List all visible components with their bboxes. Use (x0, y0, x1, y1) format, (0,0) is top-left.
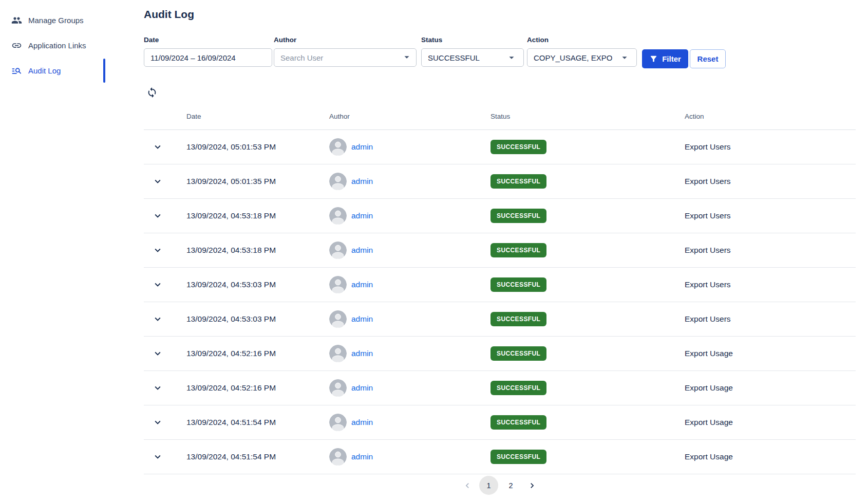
pagination: 1 2 (144, 476, 856, 495)
column-header-author: Author (329, 113, 490, 120)
author-link[interactable]: admin (351, 142, 373, 152)
author-search-input[interactable] (274, 48, 417, 67)
expand-row-button[interactable] (150, 415, 165, 430)
row-author-cell: admin (329, 310, 490, 328)
page-button-1[interactable]: 1 (479, 476, 498, 495)
column-header-action: Action (685, 113, 856, 120)
column-header-status: Status (490, 113, 685, 120)
avatar (329, 138, 347, 156)
chevron-down-icon (152, 353, 163, 361)
main-content: Audit Log Date Author Status SUCCESSFUL (144, 0, 856, 501)
author-filter-label: Author (274, 36, 417, 44)
row-status-cell: SUCCESSFUL (490, 174, 685, 189)
row-date: 13/09/2024, 05:01:35 PM (186, 177, 329, 186)
expand-row-button[interactable] (150, 311, 165, 327)
row-status-cell: SUCCESSFUL (490, 243, 685, 257)
date-range-input[interactable] (144, 48, 272, 67)
status-badge: SUCCESSFUL (490, 312, 546, 326)
status-badge: SUCCESSFUL (490, 174, 546, 189)
author-link[interactable]: admin (351, 314, 373, 324)
row-date: 13/09/2024, 04:52:16 PM (186, 349, 329, 358)
chevron-down-icon (152, 284, 163, 292)
expander-cell (144, 139, 186, 155)
sync-icon (146, 92, 158, 100)
sidebar-item-label: Manage Groups (28, 16, 84, 25)
table-row: 13/09/2024, 04:53:03 PM admin SUCCESSFUL… (144, 302, 856, 337)
sidebar-item-manage-groups[interactable]: Manage Groups (0, 9, 105, 31)
row-author-cell: admin (329, 345, 490, 362)
app-root: Manage Groups Application Links Audit Lo… (0, 0, 868, 501)
status-select[interactable]: SUCCESSFUL (421, 48, 524, 67)
table-row: 13/09/2024, 04:53:18 PM admin SUCCESSFUL… (144, 199, 856, 233)
author-link[interactable]: admin (351, 211, 373, 220)
sidebar-item-application-links[interactable]: Application Links (0, 34, 105, 57)
expand-row-button[interactable] (150, 449, 165, 465)
author-link[interactable]: admin (351, 177, 373, 186)
status-badge: SUCCESSFUL (490, 450, 546, 464)
table-row: 13/09/2024, 04:51:54 PM admin SUCCESSFUL… (144, 405, 856, 440)
status-select-value: SUCCESSFUL (428, 53, 480, 62)
action-select[interactable]: COPY_USAGE, EXPO (527, 48, 637, 67)
author-link[interactable]: admin (351, 452, 373, 461)
row-status-cell: SUCCESSFUL (490, 381, 685, 395)
row-status-cell: SUCCESSFUL (490, 346, 685, 361)
status-filter-label: Status (421, 36, 524, 44)
expander-cell (144, 277, 186, 292)
row-action: Export Usage (685, 383, 856, 393)
row-action: Export Usage (685, 349, 856, 358)
chevron-down-icon (506, 52, 517, 63)
previous-page-button[interactable] (459, 477, 476, 494)
chevron-down-icon (152, 250, 163, 257)
expand-row-button[interactable] (150, 380, 165, 396)
expand-row-button[interactable] (150, 277, 165, 292)
table-row: 13/09/2024, 05:01:35 PM admin SUCCESSFUL… (144, 164, 856, 199)
row-action: Export Users (685, 314, 856, 324)
filter-bar: Date Author Status SUCCESSFUL (144, 36, 856, 70)
row-date: 13/09/2024, 04:52:16 PM (186, 383, 329, 393)
row-status-cell: SUCCESSFUL (490, 415, 685, 430)
reset-button[interactable]: Reset (690, 49, 726, 68)
row-author-cell: admin (329, 379, 490, 397)
row-date: 13/09/2024, 04:53:03 PM (186, 280, 329, 289)
table-row: 13/09/2024, 04:53:18 PM admin SUCCESSFUL… (144, 233, 856, 268)
row-action: Export Usage (685, 452, 856, 461)
author-link[interactable]: admin (351, 280, 373, 289)
expander-cell (144, 449, 186, 465)
filter-funnel-icon (649, 54, 658, 63)
author-link[interactable]: admin (351, 246, 373, 255)
refresh-button[interactable] (145, 85, 159, 100)
row-author-cell: admin (329, 276, 490, 293)
expand-row-button[interactable] (150, 243, 165, 258)
row-status-cell: SUCCESSFUL (490, 450, 685, 464)
author-link[interactable]: admin (351, 349, 373, 358)
avatar (329, 448, 347, 466)
next-page-button[interactable] (523, 477, 541, 494)
chevron-down-icon (152, 319, 163, 326)
status-badge: SUCCESSFUL (490, 346, 546, 361)
expand-row-button[interactable] (150, 208, 165, 224)
expander-cell (144, 208, 186, 224)
page-button-2[interactable]: 2 (501, 476, 520, 495)
sidebar-item-audit-log[interactable]: Audit Log (0, 59, 105, 82)
avatar (329, 276, 347, 293)
author-link[interactable]: admin (351, 418, 373, 427)
expander-cell (144, 311, 186, 327)
avatar (329, 379, 347, 397)
active-nav-indicator (103, 59, 105, 83)
manage-search-icon (11, 65, 22, 76)
status-badge: SUCCESSFUL (490, 415, 546, 430)
row-author-cell: admin (329, 207, 490, 225)
row-status-cell: SUCCESSFUL (490, 209, 685, 223)
sidebar: Manage Groups Application Links Audit Lo… (0, 0, 105, 501)
expand-row-button[interactable] (150, 139, 165, 155)
chevron-down-icon (152, 422, 163, 430)
row-action: Export Users (685, 280, 856, 289)
row-date: 13/09/2024, 05:01:53 PM (186, 142, 329, 152)
expand-row-button[interactable] (150, 174, 165, 189)
row-author-cell: admin (329, 138, 490, 156)
filter-button[interactable]: Filter (642, 49, 688, 68)
row-date: 13/09/2024, 04:53:03 PM (186, 314, 329, 324)
author-link[interactable]: admin (351, 383, 373, 393)
expand-row-button[interactable] (150, 346, 165, 361)
row-action: Export Users (685, 142, 856, 152)
